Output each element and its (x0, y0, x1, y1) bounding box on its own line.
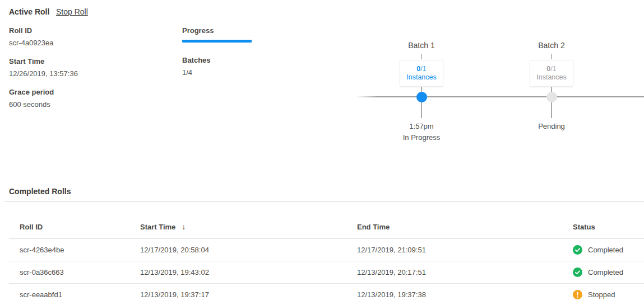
batches-label: Batches (182, 56, 252, 64)
batch2-instances-card: 0/1 Instances (530, 60, 573, 87)
status-cell: Completed (562, 238, 644, 261)
batch1-instances-link[interactable]: Instances (406, 73, 437, 81)
roll-id-cell: scr-0a36c663 (9, 261, 129, 283)
status-label: Completed (588, 246, 623, 254)
start-time-label: Start Time (9, 57, 78, 65)
batch1-instances-card[interactable]: 0/1 Instances (400, 60, 443, 87)
batches-value: 1/4 (182, 68, 252, 77)
batch2-name: Batch 2 (507, 41, 596, 50)
grace-period-label: Grace period (9, 88, 54, 96)
status-label: Completed (588, 268, 623, 276)
completed-rolls-title: Completed Rolls (9, 187, 71, 196)
column-header-roll-id[interactable]: Roll ID (9, 215, 129, 238)
roll-id-label: Roll ID (9, 26, 54, 35)
check-circle-icon (573, 268, 582, 277)
batch2-timeline-dot (546, 92, 557, 102)
batch2-time: Pending (507, 122, 596, 130)
start-time-cell: 12/13/2019, 19:43:02 (129, 261, 346, 283)
grace-period-value: 600 seconds (9, 100, 54, 109)
active-roll-page: Active Roll Stop Roll Roll ID scr-4a0923… (0, 0, 644, 305)
batch1-name: Batch 1 (377, 41, 466, 50)
start-time-cell: 12/17/2019, 20:58:04 (129, 238, 346, 261)
batch1-instance-total: /1 (420, 65, 426, 73)
progress-label: Progress (182, 26, 252, 35)
batch1-state: In Progress (377, 133, 466, 142)
batch1-time: 1:57pm (377, 122, 466, 130)
end-time-cell: 12/13/2019, 20:17:51 (346, 261, 562, 283)
progress-section: Progress Batches 1/4 (182, 26, 252, 77)
batch2-instance-total: /1 (550, 65, 556, 73)
table-row: scr-0a36c663 12/13/2019, 19:43:02 12/13/… (9, 261, 644, 283)
roll-id-cell: scr-eeaabfd1 (9, 283, 129, 305)
roll-id-value: scr-4a0923ea (9, 39, 54, 47)
field-grace-period: Grace period 600 seconds (9, 88, 54, 109)
column-header-end-time[interactable]: End Time (346, 215, 562, 238)
timeline-axis (356, 96, 644, 97)
start-time-cell: 12/13/2019, 19:37:17 (129, 283, 346, 305)
sort-descending-icon[interactable]: ↓ (182, 222, 186, 231)
batch1-timeline-dot (416, 92, 427, 102)
warning-circle-icon (573, 290, 582, 299)
end-time-cell: 12/17/2019, 21:09:51 (346, 238, 562, 261)
status-label: Stopped (588, 290, 615, 299)
status-cell: Completed (562, 261, 644, 283)
end-time-cell: 12/13/2019, 19:37:38 (346, 283, 562, 305)
completed-rolls-table: Roll ID Start Time↓ End Time Status scr-… (9, 215, 644, 305)
active-roll-title: Active Roll (9, 7, 49, 16)
table-row: scr-eeaabfd1 12/13/2019, 19:37:17 12/13/… (9, 283, 644, 305)
stop-roll-link[interactable]: Stop Roll (56, 7, 88, 16)
column-header-status[interactable]: Status (562, 215, 644, 238)
field-roll-id: Roll ID scr-4a0923ea (9, 26, 54, 47)
column-header-start-time[interactable]: Start Time↓ (129, 215, 346, 238)
table-row: scr-4263e4be 12/17/2019, 20:58:04 12/17/… (9, 238, 644, 261)
section-divider (4, 201, 644, 202)
start-time-value: 12/26/2019, 13:57:36 (9, 69, 78, 78)
batch1-tick (421, 54, 422, 59)
check-circle-icon (573, 245, 582, 255)
progress-bar (182, 40, 252, 43)
batch2-instances-label: Instances (536, 73, 567, 81)
roll-id-cell: scr-4263e4be (9, 238, 129, 261)
table-header-row: Roll ID Start Time↓ End Time Status (9, 215, 644, 238)
status-cell: Stopped (562, 283, 644, 305)
batch2-tick (551, 54, 552, 59)
field-start-time: Start Time 12/26/2019, 13:57:36 (9, 57, 78, 78)
